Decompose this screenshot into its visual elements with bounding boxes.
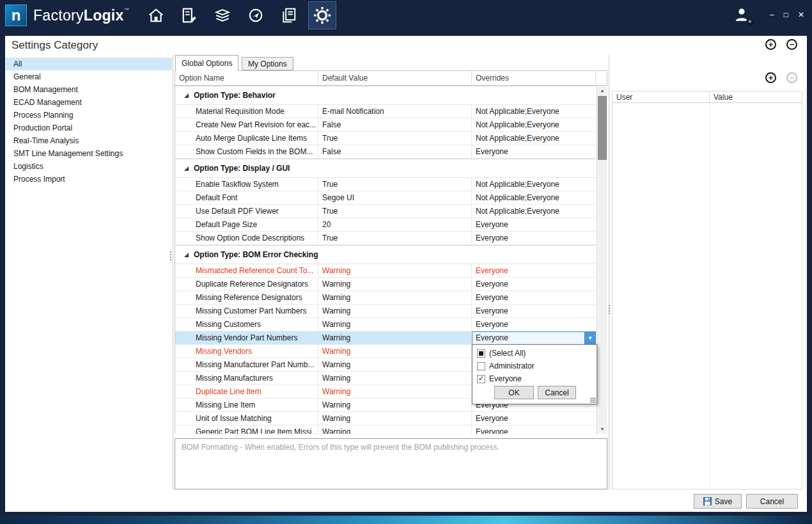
home-icon[interactable] (142, 1, 170, 29)
category-item[interactable]: Production Portal (6, 122, 172, 134)
column-header-user[interactable]: User (613, 91, 710, 102)
overrides-cell: Everyone (472, 145, 596, 158)
category-item[interactable]: SMT Line Management Settings (6, 147, 172, 160)
bom-editor-icon[interactable] (175, 1, 203, 29)
option-row[interactable]: Default FontSegoe UINot Applicable;Every… (175, 191, 596, 205)
category-item[interactable]: Process Import (6, 173, 172, 186)
documents-icon[interactable] (275, 1, 303, 29)
override-option-label: Administrator (489, 361, 535, 370)
option-row[interactable]: Unit of Issue MatchingWarningEveryone (175, 412, 596, 425)
user-grid-header: User Value (613, 91, 802, 103)
default-value-cell: Warning (318, 291, 472, 304)
tab-my-options[interactable]: My Options (242, 57, 293, 70)
save-button[interactable]: Save (694, 494, 742, 509)
option-row[interactable]: Auto Merge Duplicate Line ItemsTrueNot A… (175, 132, 596, 145)
close-button[interactable]: ✕ (798, 10, 804, 19)
option-row[interactable]: Missing Vendor Part NumbersWarningEveryo… (175, 331, 596, 345)
override-option-item[interactable]: Everyone (472, 372, 597, 385)
app-logo: n (5, 4, 27, 26)
category-item[interactable]: General (6, 70, 172, 83)
default-value-cell: False (318, 145, 472, 158)
option-name-cell: Mismatched Reference Count To... (175, 264, 318, 277)
popup-cancel-button[interactable]: Cancel (538, 386, 576, 399)
tab-global-options[interactable]: Global Options (175, 55, 238, 71)
option-row[interactable]: Missing CustomersWarningEveryone (175, 318, 596, 331)
popup-ok-button[interactable]: OK (494, 386, 534, 399)
checkbox-checked-icon[interactable] (477, 375, 485, 383)
option-name-cell: Generic Part BOM Line Item Missi... (175, 425, 318, 434)
remove-option-button[interactable]: − (786, 39, 797, 50)
tab-global-options-label: Global Options (182, 59, 232, 68)
scroll-up-icon[interactable]: ▲ (597, 86, 607, 95)
override-option-item[interactable]: (Select All) (472, 347, 597, 360)
option-name-cell: Missing Vendors (175, 345, 318, 358)
option-row[interactable]: Show Option Code DescriptionsTrueEveryon… (175, 232, 596, 245)
override-option-item[interactable]: Administrator (472, 360, 597, 372)
category-item[interactable]: ECAD Management (6, 96, 172, 109)
checkbox-unchecked-icon[interactable] (477, 362, 485, 370)
settings-icon[interactable] (308, 1, 336, 29)
add-user-override-button[interactable]: + (765, 72, 776, 83)
column-header-overrides[interactable]: Overrides (472, 71, 596, 85)
option-row[interactable]: Enable Taskflow SystemTrueNot Applicable… (175, 178, 596, 191)
default-value-cell: Warning (318, 318, 472, 331)
column-header-value[interactable]: Value (710, 91, 802, 102)
column-header-default-value[interactable]: Default Value (318, 71, 472, 85)
option-row[interactable]: Material Requisition ModeE-mail Notifica… (175, 105, 596, 118)
option-group-header[interactable]: Option Type: Behavior (175, 86, 596, 105)
option-row[interactable]: Default Page Size20Everyone (175, 218, 596, 232)
option-name-cell: Show Custom Fields in the BOM... (175, 145, 318, 158)
production-icon[interactable] (242, 1, 270, 29)
cancel-button[interactable]: Cancel (746, 494, 798, 509)
right-splitter-handle[interactable] (608, 305, 611, 315)
option-row[interactable]: Use Default PDF ViewerTrueNot Applicable… (175, 205, 596, 218)
maximize-button[interactable]: □ (784, 10, 788, 19)
overrides-cell: Everyone (472, 318, 596, 331)
category-item[interactable]: Process Planning (6, 109, 172, 122)
option-name-cell: Default Font (175, 191, 318, 204)
overrides-cell: Everyone (472, 425, 596, 434)
option-group-header[interactable]: Option Type: Display / GUI (175, 159, 596, 178)
collapse-triangle-icon[interactable] (184, 253, 189, 257)
category-item[interactable]: Real-Time Analysis (6, 134, 172, 147)
option-name-cell: Missing Manufacturers (175, 372, 318, 385)
scroll-down-icon[interactable]: ▼ (597, 424, 607, 434)
combo-dropdown-icon[interactable]: ▼ (584, 332, 595, 344)
user-grid-column-line (710, 103, 710, 489)
minimize-button[interactable]: – (770, 10, 774, 19)
overrides-cell: Not Applicable;Everyone (472, 105, 596, 118)
vertical-scrollbar[interactable]: ▲ ▼ (597, 86, 607, 434)
remove-user-override-button[interactable]: − (786, 72, 797, 83)
checkbox-indeterminate-icon[interactable] (477, 349, 485, 358)
option-group-header[interactable]: Option Type: BOM Error Checking (175, 245, 596, 264)
option-row[interactable]: Duplicate Reference DesignatorsWarningEv… (175, 278, 596, 291)
window-controls: – □ ✕ (770, 10, 804, 19)
option-row[interactable]: Create New Part Revision for eac...False… (175, 118, 596, 132)
default-value-cell: True (318, 232, 472, 244)
option-name-cell: Enable Taskflow System (175, 178, 318, 191)
materials-icon[interactable] (208, 1, 237, 29)
collapse-triangle-icon[interactable] (184, 93, 189, 98)
scrollbar-thumb[interactable] (598, 96, 607, 160)
popup-resize-grip[interactable] (590, 397, 596, 403)
category-item[interactable]: All (6, 58, 172, 70)
option-name-cell: Missing Manufacturer Part Numb... (175, 358, 318, 371)
option-row[interactable]: Show Custom Fields in the BOM...FalseEve… (175, 145, 596, 159)
combo-selected-value: Everyone (472, 332, 584, 344)
column-header-option-name[interactable]: Option Name (175, 71, 318, 85)
user-logout-icon[interactable]: ✕ (733, 6, 751, 24)
category-item[interactable]: BOM Management (6, 83, 172, 96)
category-item[interactable]: Logistics (6, 160, 172, 173)
option-row[interactable]: Generic Part BOM Line Item Missi...Warni… (175, 425, 596, 434)
overrides-combobox[interactable]: Everyone▼ (472, 331, 596, 344)
option-row[interactable]: Missing Customer Part NumbersWarningEver… (175, 305, 596, 318)
left-splitter-handle[interactable] (169, 251, 172, 261)
add-option-button[interactable]: + (765, 39, 776, 50)
default-value-cell: True (318, 205, 472, 218)
option-name-cell: Missing Reference Designators (175, 291, 318, 304)
collapse-triangle-icon[interactable] (184, 166, 189, 171)
brand-logix: Logix (84, 7, 124, 24)
option-row[interactable]: Mismatched Reference Count To...WarningE… (175, 264, 596, 278)
option-row[interactable]: Missing Reference DesignatorsWarningEver… (175, 291, 596, 305)
default-value-cell: False (318, 118, 472, 131)
